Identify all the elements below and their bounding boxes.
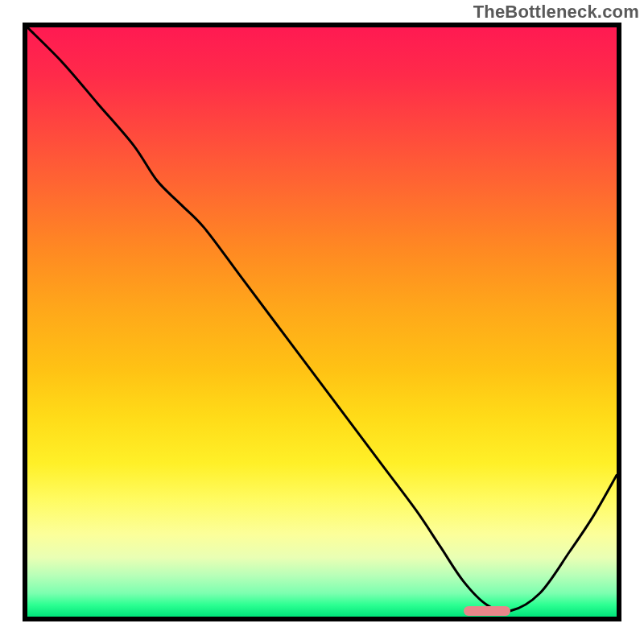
minimum-marker — [464, 606, 511, 616]
plot-area — [23, 23, 621, 621]
watermark-text: TheBottleneck.com — [473, 2, 639, 23]
bottleneck-curve — [27, 27, 617, 617]
chart-frame: TheBottleneck.com — [0, 0, 644, 644]
